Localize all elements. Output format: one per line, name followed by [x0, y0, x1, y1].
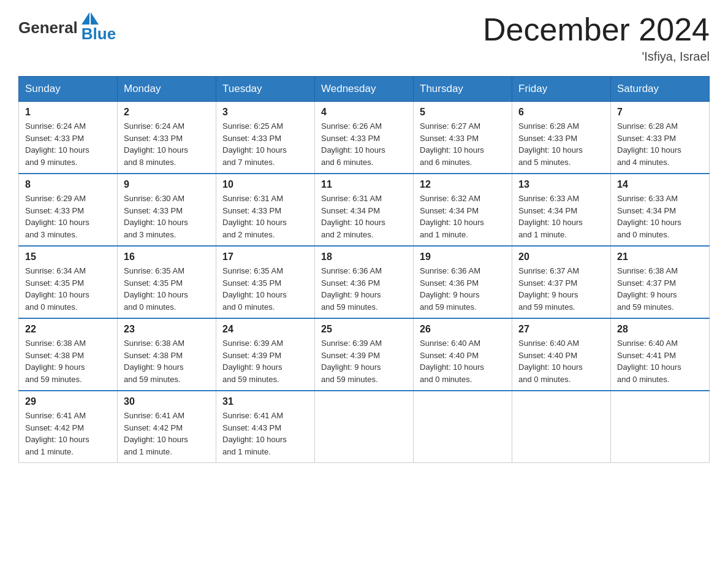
month-title: December 2024: [483, 12, 710, 47]
day-info: Sunrise: 6:40 AMSunset: 4:40 PMDaylight:…: [420, 337, 506, 385]
day-info: Sunrise: 6:28 AMSunset: 4:33 PMDaylight:…: [617, 120, 703, 168]
day-info: Sunrise: 6:40 AMSunset: 4:40 PMDaylight:…: [518, 337, 604, 385]
calendar-header-friday: Friday: [512, 77, 611, 102]
calendar-day-cell: [512, 391, 611, 463]
day-number: 14: [617, 179, 703, 190]
day-info: Sunrise: 6:35 AMSunset: 4:35 PMDaylight:…: [124, 265, 210, 313]
calendar-day-cell: 28Sunrise: 6:40 AMSunset: 4:41 PMDayligh…: [611, 318, 710, 391]
day-info: Sunrise: 6:38 AMSunset: 4:37 PMDaylight:…: [617, 265, 703, 313]
day-number: 27: [518, 324, 604, 335]
day-info: Sunrise: 6:31 AMSunset: 4:33 PMDaylight:…: [222, 193, 308, 240]
day-number: 31: [222, 396, 308, 407]
day-info: Sunrise: 6:40 AMSunset: 4:41 PMDaylight:…: [617, 337, 703, 385]
day-number: 22: [25, 324, 111, 335]
calendar-day-cell: 12Sunrise: 6:32 AMSunset: 4:34 PMDayligh…: [414, 174, 512, 246]
day-number: 1: [25, 107, 111, 118]
day-info: Sunrise: 6:37 AMSunset: 4:37 PMDaylight:…: [518, 265, 604, 313]
calendar-day-cell: 8Sunrise: 6:29 AMSunset: 4:33 PMDaylight…: [19, 174, 118, 246]
calendar-header-wednesday: Wednesday: [315, 77, 414, 102]
calendar-header-tuesday: Tuesday: [216, 77, 315, 102]
day-info: Sunrise: 6:38 AMSunset: 4:38 PMDaylight:…: [25, 337, 111, 385]
calendar-day-cell: 30Sunrise: 6:41 AMSunset: 4:42 PMDayligh…: [118, 391, 216, 463]
day-number: 12: [420, 179, 506, 190]
day-info: Sunrise: 6:30 AMSunset: 4:33 PMDaylight:…: [124, 193, 210, 240]
calendar-day-cell: 24Sunrise: 6:39 AMSunset: 4:39 PMDayligh…: [216, 318, 315, 391]
day-number: 23: [124, 324, 210, 335]
calendar-week-row: 15Sunrise: 6:34 AMSunset: 4:35 PMDayligh…: [19, 246, 710, 318]
calendar-day-cell: 1Sunrise: 6:24 AMSunset: 4:33 PMDaylight…: [19, 102, 118, 174]
day-info: Sunrise: 6:26 AMSunset: 4:33 PMDaylight:…: [321, 120, 407, 168]
page-header: General Blue December 2024 'Isfiya, Isra…: [18, 12, 710, 64]
day-info: Sunrise: 6:29 AMSunset: 4:33 PMDaylight:…: [25, 193, 111, 240]
day-number: 3: [222, 107, 308, 118]
day-info: Sunrise: 6:41 AMSunset: 4:42 PMDaylight:…: [25, 410, 111, 458]
calendar-day-cell: 22Sunrise: 6:38 AMSunset: 4:38 PMDayligh…: [19, 318, 118, 391]
day-info: Sunrise: 6:39 AMSunset: 4:39 PMDaylight:…: [222, 337, 308, 385]
day-number: 21: [617, 251, 703, 262]
calendar-day-cell: [414, 391, 512, 463]
calendar-header-monday: Monday: [118, 77, 216, 102]
day-number: 18: [321, 251, 407, 262]
day-number: 5: [420, 107, 506, 118]
calendar-header-thursday: Thursday: [414, 77, 512, 102]
day-number: 26: [420, 324, 506, 335]
calendar-day-cell: 16Sunrise: 6:35 AMSunset: 4:35 PMDayligh…: [118, 246, 216, 318]
calendar-week-row: 22Sunrise: 6:38 AMSunset: 4:38 PMDayligh…: [19, 318, 710, 391]
calendar-week-row: 29Sunrise: 6:41 AMSunset: 4:42 PMDayligh…: [19, 391, 710, 463]
day-number: 9: [124, 179, 210, 190]
calendar-day-cell: 21Sunrise: 6:38 AMSunset: 4:37 PMDayligh…: [611, 246, 710, 318]
calendar-day-cell: 29Sunrise: 6:41 AMSunset: 4:42 PMDayligh…: [19, 391, 118, 463]
day-info: Sunrise: 6:35 AMSunset: 4:35 PMDaylight:…: [222, 265, 308, 313]
day-info: Sunrise: 6:41 AMSunset: 4:43 PMDaylight:…: [222, 410, 308, 458]
calendar-table: SundayMondayTuesdayWednesdayThursdayFrid…: [18, 76, 710, 463]
day-number: 19: [420, 251, 506, 262]
logo-triangle2-icon: [91, 12, 99, 25]
calendar-day-cell: [315, 391, 414, 463]
calendar-day-cell: 7Sunrise: 6:28 AMSunset: 4:33 PMDaylight…: [611, 102, 710, 174]
logo-triangle-icon: [82, 12, 89, 25]
calendar-day-cell: 6Sunrise: 6:28 AMSunset: 4:33 PMDaylight…: [512, 102, 611, 174]
calendar-day-cell: 9Sunrise: 6:30 AMSunset: 4:33 PMDaylight…: [118, 174, 216, 246]
calendar-day-cell: 26Sunrise: 6:40 AMSunset: 4:40 PMDayligh…: [414, 318, 512, 391]
calendar-day-cell: 19Sunrise: 6:36 AMSunset: 4:36 PMDayligh…: [414, 246, 512, 318]
day-number: 13: [518, 179, 604, 190]
calendar-day-cell: 3Sunrise: 6:25 AMSunset: 4:33 PMDaylight…: [216, 102, 315, 174]
calendar-week-row: 1Sunrise: 6:24 AMSunset: 4:33 PMDaylight…: [19, 102, 710, 174]
day-info: Sunrise: 6:24 AMSunset: 4:33 PMDaylight:…: [124, 120, 210, 168]
day-info: Sunrise: 6:36 AMSunset: 4:36 PMDaylight:…: [420, 265, 506, 313]
calendar-day-cell: 31Sunrise: 6:41 AMSunset: 4:43 PMDayligh…: [216, 391, 315, 463]
day-number: 29: [25, 396, 111, 407]
calendar-day-cell: 25Sunrise: 6:39 AMSunset: 4:39 PMDayligh…: [315, 318, 414, 391]
calendar-day-cell: 18Sunrise: 6:36 AMSunset: 4:36 PMDayligh…: [315, 246, 414, 318]
day-number: 10: [222, 179, 308, 190]
day-info: Sunrise: 6:28 AMSunset: 4:33 PMDaylight:…: [518, 120, 604, 168]
location: 'Isfiya, Israel: [483, 50, 710, 64]
calendar-week-row: 8Sunrise: 6:29 AMSunset: 4:33 PMDaylight…: [19, 174, 710, 246]
calendar-day-cell: 23Sunrise: 6:38 AMSunset: 4:38 PMDayligh…: [118, 318, 216, 391]
logo-text-blue: Blue: [82, 25, 116, 44]
day-number: 11: [321, 179, 407, 190]
day-number: 25: [321, 324, 407, 335]
calendar-day-cell: 15Sunrise: 6:34 AMSunset: 4:35 PMDayligh…: [19, 246, 118, 318]
day-number: 4: [321, 107, 407, 118]
day-number: 30: [124, 396, 210, 407]
calendar-day-cell: [611, 391, 710, 463]
day-number: 15: [25, 251, 111, 262]
day-info: Sunrise: 6:33 AMSunset: 4:34 PMDaylight:…: [518, 193, 604, 240]
day-info: Sunrise: 6:38 AMSunset: 4:38 PMDaylight:…: [124, 337, 210, 385]
day-info: Sunrise: 6:27 AMSunset: 4:33 PMDaylight:…: [420, 120, 506, 168]
day-number: 6: [518, 107, 604, 118]
day-info: Sunrise: 6:36 AMSunset: 4:36 PMDaylight:…: [321, 265, 407, 313]
day-number: 17: [222, 251, 308, 262]
calendar-day-cell: 14Sunrise: 6:33 AMSunset: 4:34 PMDayligh…: [611, 174, 710, 246]
day-info: Sunrise: 6:31 AMSunset: 4:34 PMDaylight:…: [321, 193, 407, 240]
calendar-day-cell: 4Sunrise: 6:26 AMSunset: 4:33 PMDaylight…: [315, 102, 414, 174]
calendar-header-row: SundayMondayTuesdayWednesdayThursdayFrid…: [19, 77, 710, 102]
calendar-header-saturday: Saturday: [611, 77, 710, 102]
logo: General Blue: [18, 12, 116, 44]
day-number: 7: [617, 107, 703, 118]
calendar-day-cell: 10Sunrise: 6:31 AMSunset: 4:33 PMDayligh…: [216, 174, 315, 246]
day-info: Sunrise: 6:32 AMSunset: 4:34 PMDaylight:…: [420, 193, 506, 240]
calendar-day-cell: 5Sunrise: 6:27 AMSunset: 4:33 PMDaylight…: [414, 102, 512, 174]
calendar-day-cell: 17Sunrise: 6:35 AMSunset: 4:35 PMDayligh…: [216, 246, 315, 318]
